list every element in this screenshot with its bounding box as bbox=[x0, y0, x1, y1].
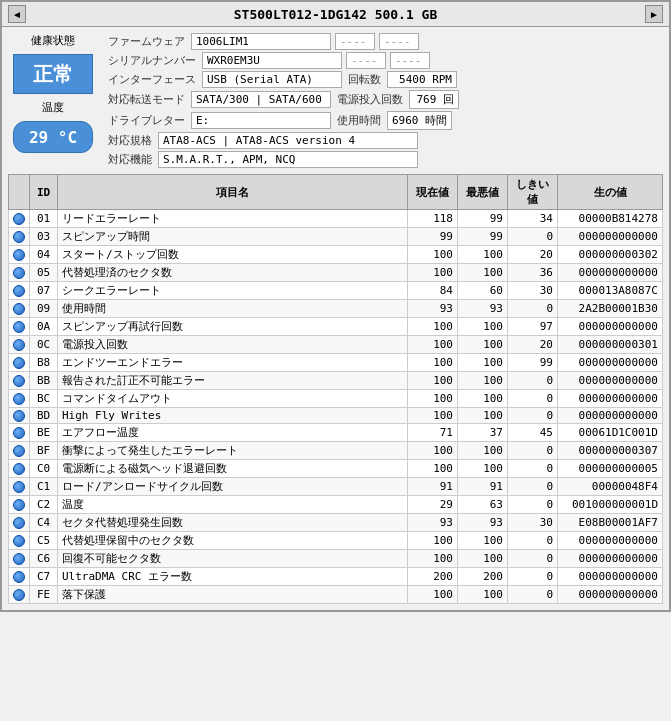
row-current: 100 bbox=[408, 264, 458, 282]
row-name: シークエラーレート bbox=[58, 282, 408, 300]
row-name: 代替処理済のセクタ数 bbox=[58, 264, 408, 282]
row-current: 99 bbox=[408, 228, 458, 246]
table-row: FE 落下保護 100 100 0 000000000000 bbox=[9, 586, 663, 604]
row-thresh: 45 bbox=[508, 424, 558, 442]
row-name: スピンアップ再試行回数 bbox=[58, 318, 408, 336]
col-current-header: 現在値 bbox=[408, 175, 458, 210]
row-worst: 100 bbox=[458, 336, 508, 354]
row-thresh: 0 bbox=[508, 496, 558, 514]
row-raw: 000000000000 bbox=[558, 532, 663, 550]
row-worst: 60 bbox=[458, 282, 508, 300]
row-current: 100 bbox=[408, 532, 458, 550]
row-current: 100 bbox=[408, 246, 458, 264]
row-icon bbox=[9, 372, 30, 390]
row-icon bbox=[9, 532, 30, 550]
row-name: リードエラーレート bbox=[58, 210, 408, 228]
drive-title: ST500LT012-1DG142 500.1 GB bbox=[234, 7, 438, 22]
row-current: 100 bbox=[408, 460, 458, 478]
row-worst: 91 bbox=[458, 478, 508, 496]
rotation-value: 5400 RPM bbox=[387, 71, 457, 88]
row-raw: E08B00001AF7 bbox=[558, 514, 663, 532]
table-row: BF 衝撃によって発生したエラーレート 100 100 0 0000000003… bbox=[9, 442, 663, 460]
smart-table: ID 項目名 現在値 最悪値 しきい値 生の値 01 リードエラーレート 118… bbox=[8, 174, 663, 604]
firmware-label: ファームウェア bbox=[106, 33, 187, 50]
row-current: 29 bbox=[408, 496, 458, 514]
table-row: 07 シークエラーレート 84 60 30 000013A8087C bbox=[9, 282, 663, 300]
row-raw: 000000000307 bbox=[558, 442, 663, 460]
dash2: ---- bbox=[379, 33, 419, 50]
row-thresh: 0 bbox=[508, 228, 558, 246]
row-current: 71 bbox=[408, 424, 458, 442]
table-row: BC コマンドタイムアウト 100 100 0 000000000000 bbox=[9, 390, 663, 408]
table-row: C2 温度 29 63 0 001000000001D bbox=[9, 496, 663, 514]
row-worst: 100 bbox=[458, 532, 508, 550]
table-row: C5 代替処理保留中のセクタ数 100 100 0 000000000000 bbox=[9, 532, 663, 550]
row-worst: 100 bbox=[458, 246, 508, 264]
row-name: 報告された訂正不可能エラー bbox=[58, 372, 408, 390]
row-thresh: 97 bbox=[508, 318, 558, 336]
row-current: 100 bbox=[408, 336, 458, 354]
title-bar: ◄ ST500LT012-1DG142 500.1 GB ► bbox=[2, 2, 669, 27]
usage-value: 6960 時間 bbox=[387, 111, 452, 130]
table-row: B8 エンドツーエンドエラー 100 100 99 000000000000 bbox=[9, 354, 663, 372]
row-thresh: 0 bbox=[508, 442, 558, 460]
row-name: 回復不可能セクタ数 bbox=[58, 550, 408, 568]
row-icon bbox=[9, 460, 30, 478]
row-raw: 00000048F4 bbox=[558, 478, 663, 496]
row-icon bbox=[9, 550, 30, 568]
row-name: UltraDMA CRC エラー数 bbox=[58, 568, 408, 586]
row-raw: 000000000000 bbox=[558, 264, 663, 282]
row-raw: 2A2B00001B30 bbox=[558, 300, 663, 318]
prev-button[interactable]: ◄ bbox=[8, 5, 26, 23]
row-raw: 000000000000 bbox=[558, 390, 663, 408]
serial-label: シリアルナンバー bbox=[106, 52, 198, 69]
row-icon bbox=[9, 442, 30, 460]
info-grid: ファームウェア 1006LIM1 ---- ---- シリアルナンバー WXR0… bbox=[106, 33, 663, 168]
row-current: 84 bbox=[408, 282, 458, 300]
col-worst-header: 最悪値 bbox=[458, 175, 508, 210]
row-id: C0 bbox=[30, 460, 58, 478]
row-worst: 100 bbox=[458, 550, 508, 568]
row-current: 100 bbox=[408, 550, 458, 568]
row-worst: 100 bbox=[458, 372, 508, 390]
row-current: 100 bbox=[408, 354, 458, 372]
row-id: 05 bbox=[30, 264, 58, 282]
row-icon bbox=[9, 210, 30, 228]
row-current: 100 bbox=[408, 408, 458, 424]
row-raw: 000000000301 bbox=[558, 336, 663, 354]
row-id: BF bbox=[30, 442, 58, 460]
table-row: 0A スピンアップ再試行回数 100 100 97 000000000000 bbox=[9, 318, 663, 336]
drive-row: ドライブレター E: 使用時間 6960 時間 bbox=[106, 111, 663, 130]
table-row: 01 リードエラーレート 118 99 34 00000B814278 bbox=[9, 210, 663, 228]
row-thresh: 20 bbox=[508, 336, 558, 354]
row-id: C7 bbox=[30, 568, 58, 586]
row-id: 09 bbox=[30, 300, 58, 318]
table-row: 09 使用時間 93 93 0 2A2B00001B30 bbox=[9, 300, 663, 318]
row-worst: 100 bbox=[458, 460, 508, 478]
row-worst: 37 bbox=[458, 424, 508, 442]
row-name: ロード/アンロードサイクル回数 bbox=[58, 478, 408, 496]
next-button[interactable]: ► bbox=[645, 5, 663, 23]
power-count-value: 769 回 bbox=[409, 90, 459, 109]
temp-label: 温度 bbox=[42, 100, 64, 115]
row-icon bbox=[9, 354, 30, 372]
col-raw-header: 生の値 bbox=[558, 175, 663, 210]
row-raw: 000000000000 bbox=[558, 228, 663, 246]
row-icon bbox=[9, 424, 30, 442]
row-current: 100 bbox=[408, 372, 458, 390]
row-icon bbox=[9, 586, 30, 604]
row-icon bbox=[9, 336, 30, 354]
row-raw: 00061D1C001D bbox=[558, 424, 663, 442]
row-name: 温度 bbox=[58, 496, 408, 514]
row-icon bbox=[9, 300, 30, 318]
row-icon bbox=[9, 496, 30, 514]
health-status: 正常 bbox=[13, 54, 93, 94]
row-worst: 99 bbox=[458, 228, 508, 246]
row-thresh: 0 bbox=[508, 586, 558, 604]
drive-value: E: bbox=[191, 112, 331, 129]
row-worst: 99 bbox=[458, 210, 508, 228]
row-icon bbox=[9, 282, 30, 300]
table-row: C6 回復不可能セクタ数 100 100 0 000000000000 bbox=[9, 550, 663, 568]
firmware-row: ファームウェア 1006LIM1 ---- ---- bbox=[106, 33, 663, 50]
row-icon bbox=[9, 408, 30, 424]
